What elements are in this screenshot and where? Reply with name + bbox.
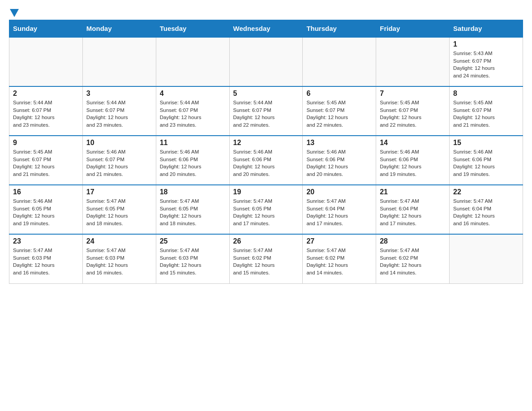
- calendar-cell: 2Sunrise: 5:44 AMSunset: 6:07 PMDaylight…: [9, 86, 83, 136]
- day-number: 6: [306, 90, 372, 98]
- day-info: Sunrise: 5:47 AMSunset: 6:03 PMDaylight:…: [86, 247, 152, 277]
- logo: [9, 9, 20, 15]
- calendar-cell: 7Sunrise: 5:45 AMSunset: 6:07 PMDaylight…: [376, 86, 450, 136]
- day-number: 8: [453, 90, 519, 98]
- day-number: 18: [160, 188, 226, 196]
- day-info: Sunrise: 5:47 AMSunset: 6:03 PMDaylight:…: [160, 247, 226, 277]
- day-info: Sunrise: 5:47 AMSunset: 6:04 PMDaylight:…: [306, 197, 372, 227]
- logo-triangle-icon: [10, 9, 19, 17]
- calendar-cell: 4Sunrise: 5:44 AMSunset: 6:07 PMDaylight…: [156, 86, 229, 136]
- day-info: Sunrise: 5:47 AMSunset: 6:02 PMDaylight:…: [380, 247, 446, 277]
- day-number: 1: [453, 40, 519, 48]
- calendar-cell: 17Sunrise: 5:47 AMSunset: 6:05 PMDayligh…: [82, 185, 156, 234]
- day-info: Sunrise: 5:46 AMSunset: 6:06 PMDaylight:…: [233, 148, 299, 178]
- day-info: Sunrise: 5:44 AMSunset: 6:07 PMDaylight:…: [13, 99, 79, 129]
- calendar-cell: 1Sunrise: 5:43 AMSunset: 6:07 PMDaylight…: [450, 37, 523, 86]
- day-number: 14: [380, 139, 446, 147]
- calendar-week-row: 2Sunrise: 5:44 AMSunset: 6:07 PMDaylight…: [9, 86, 523, 136]
- day-number: 28: [380, 237, 446, 245]
- day-number: 20: [306, 188, 372, 196]
- day-number: 4: [160, 90, 226, 98]
- day-number: 10: [86, 139, 152, 147]
- header-wednesday: Wednesday: [229, 20, 303, 38]
- header-saturday: Saturday: [450, 20, 523, 38]
- calendar-cell: 13Sunrise: 5:46 AMSunset: 6:06 PMDayligh…: [303, 136, 376, 185]
- day-info: Sunrise: 5:47 AMSunset: 6:05 PMDaylight:…: [160, 197, 226, 227]
- calendar-cell: [450, 234, 523, 283]
- calendar-cell: [303, 37, 376, 86]
- header-sunday: Sunday: [9, 20, 83, 38]
- day-number: 27: [306, 237, 372, 245]
- day-info: Sunrise: 5:47 AMSunset: 6:04 PMDaylight:…: [453, 197, 519, 227]
- calendar-week-row: 9Sunrise: 5:45 AMSunset: 6:07 PMDaylight…: [9, 136, 523, 185]
- day-number: 22: [453, 188, 519, 196]
- day-info: Sunrise: 5:47 AMSunset: 6:04 PMDaylight:…: [380, 197, 446, 227]
- day-info: Sunrise: 5:47 AMSunset: 6:05 PMDaylight:…: [86, 197, 152, 227]
- day-info: Sunrise: 5:44 AMSunset: 6:07 PMDaylight:…: [86, 99, 152, 129]
- header-thursday: Thursday: [303, 20, 376, 38]
- calendar-cell: 22Sunrise: 5:47 AMSunset: 6:04 PMDayligh…: [450, 185, 523, 234]
- day-number: 23: [13, 237, 79, 245]
- day-number: 12: [233, 139, 299, 147]
- header-tuesday: Tuesday: [156, 20, 229, 38]
- calendar-cell: 9Sunrise: 5:45 AMSunset: 6:07 PMDaylight…: [9, 136, 83, 185]
- day-info: Sunrise: 5:44 AMSunset: 6:07 PMDaylight:…: [233, 99, 299, 129]
- calendar-cell: 3Sunrise: 5:44 AMSunset: 6:07 PMDaylight…: [82, 86, 156, 136]
- calendar-cell: 26Sunrise: 5:47 AMSunset: 6:02 PMDayligh…: [229, 234, 303, 283]
- header-friday: Friday: [376, 20, 450, 38]
- calendar-cell: 11Sunrise: 5:46 AMSunset: 6:06 PMDayligh…: [156, 136, 229, 185]
- day-info: Sunrise: 5:47 AMSunset: 6:02 PMDaylight:…: [306, 247, 372, 277]
- calendar-table: Sunday Monday Tuesday Wednesday Thursday…: [9, 20, 523, 284]
- day-number: 13: [306, 139, 372, 147]
- calendar-cell: 18Sunrise: 5:47 AMSunset: 6:05 PMDayligh…: [156, 185, 229, 234]
- day-number: 19: [233, 188, 299, 196]
- calendar-header-row: Sunday Monday Tuesday Wednesday Thursday…: [9, 20, 523, 38]
- day-info: Sunrise: 5:46 AMSunset: 6:06 PMDaylight:…: [306, 148, 372, 178]
- calendar-cell: [82, 37, 156, 86]
- day-number: 5: [233, 90, 299, 98]
- day-number: 26: [233, 237, 299, 245]
- day-number: 7: [380, 90, 446, 98]
- calendar-cell: 6Sunrise: 5:45 AMSunset: 6:07 PMDaylight…: [303, 86, 376, 136]
- day-info: Sunrise: 5:46 AMSunset: 6:06 PMDaylight:…: [453, 148, 519, 178]
- day-number: 9: [13, 139, 79, 147]
- day-number: 24: [86, 237, 152, 245]
- day-info: Sunrise: 5:46 AMSunset: 6:07 PMDaylight:…: [86, 148, 152, 178]
- day-number: 17: [86, 188, 152, 196]
- calendar-cell: 19Sunrise: 5:47 AMSunset: 6:05 PMDayligh…: [229, 185, 303, 234]
- day-info: Sunrise: 5:47 AMSunset: 6:03 PMDaylight:…: [13, 247, 79, 277]
- day-number: 21: [380, 188, 446, 196]
- calendar-cell: 21Sunrise: 5:47 AMSunset: 6:04 PMDayligh…: [376, 185, 450, 234]
- calendar-cell: 25Sunrise: 5:47 AMSunset: 6:03 PMDayligh…: [156, 234, 229, 283]
- day-info: Sunrise: 5:46 AMSunset: 6:05 PMDaylight:…: [13, 197, 79, 227]
- calendar-cell: 27Sunrise: 5:47 AMSunset: 6:02 PMDayligh…: [303, 234, 376, 283]
- calendar-cell: 12Sunrise: 5:46 AMSunset: 6:06 PMDayligh…: [229, 136, 303, 185]
- day-info: Sunrise: 5:45 AMSunset: 6:07 PMDaylight:…: [380, 99, 446, 129]
- calendar-cell: 15Sunrise: 5:46 AMSunset: 6:06 PMDayligh…: [450, 136, 523, 185]
- day-number: 16: [13, 188, 79, 196]
- day-info: Sunrise: 5:47 AMSunset: 6:02 PMDaylight:…: [233, 247, 299, 277]
- day-info: Sunrise: 5:43 AMSunset: 6:07 PMDaylight:…: [453, 50, 519, 80]
- calendar-cell: 14Sunrise: 5:46 AMSunset: 6:06 PMDayligh…: [376, 136, 450, 185]
- day-info: Sunrise: 5:45 AMSunset: 6:07 PMDaylight:…: [13, 148, 79, 178]
- day-info: Sunrise: 5:47 AMSunset: 6:05 PMDaylight:…: [233, 197, 299, 227]
- calendar-week-row: 1Sunrise: 5:43 AMSunset: 6:07 PMDaylight…: [9, 37, 523, 86]
- day-info: Sunrise: 5:46 AMSunset: 6:06 PMDaylight:…: [160, 148, 226, 178]
- calendar-cell: 28Sunrise: 5:47 AMSunset: 6:02 PMDayligh…: [376, 234, 450, 283]
- day-number: 11: [160, 139, 226, 147]
- calendar-cell: [376, 37, 450, 86]
- calendar-week-row: 23Sunrise: 5:47 AMSunset: 6:03 PMDayligh…: [9, 234, 523, 283]
- calendar-cell: 24Sunrise: 5:47 AMSunset: 6:03 PMDayligh…: [82, 234, 156, 283]
- page-header: [9, 9, 523, 15]
- calendar-week-row: 16Sunrise: 5:46 AMSunset: 6:05 PMDayligh…: [9, 185, 523, 234]
- calendar-cell: 23Sunrise: 5:47 AMSunset: 6:03 PMDayligh…: [9, 234, 83, 283]
- day-info: Sunrise: 5:45 AMSunset: 6:07 PMDaylight:…: [306, 99, 372, 129]
- day-info: Sunrise: 5:44 AMSunset: 6:07 PMDaylight:…: [160, 99, 226, 129]
- calendar-cell: 10Sunrise: 5:46 AMSunset: 6:07 PMDayligh…: [82, 136, 156, 185]
- day-number: 15: [453, 139, 519, 147]
- calendar-cell: 20Sunrise: 5:47 AMSunset: 6:04 PMDayligh…: [303, 185, 376, 234]
- calendar-cell: 8Sunrise: 5:45 AMSunset: 6:07 PMDaylight…: [450, 86, 523, 136]
- day-number: 25: [160, 237, 226, 245]
- logo-text: [9, 9, 20, 17]
- day-number: 3: [86, 90, 152, 98]
